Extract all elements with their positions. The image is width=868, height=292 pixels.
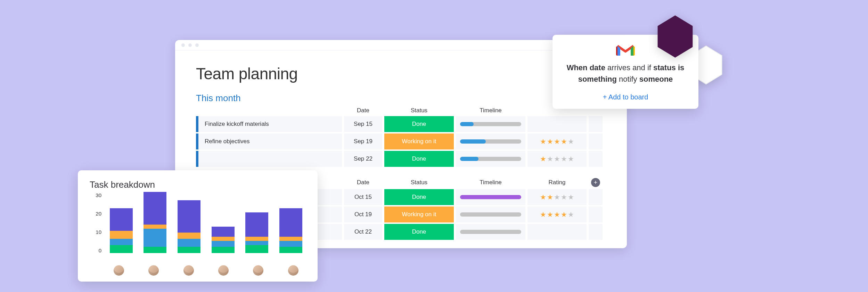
svg-marker-0 [658, 15, 693, 58]
chart-bar[interactable] [144, 192, 166, 253]
chart-bar[interactable] [178, 200, 200, 253]
col-header-date[interactable]: Date [344, 107, 382, 114]
chart-bar-segment [110, 231, 133, 239]
date-cell[interactable]: Sep 22 [344, 151, 382, 167]
chart-x-axis [90, 265, 311, 276]
star-icon: ★ [561, 193, 567, 201]
status-cell[interactable]: Working on it [384, 133, 454, 149]
timeline-cell[interactable] [456, 151, 525, 167]
star-icon: ★ [554, 210, 560, 219]
avatar-icon [114, 265, 124, 276]
chart-bar-segment [178, 233, 200, 239]
timeline-cell[interactable] [456, 206, 525, 222]
rating-cell[interactable]: ★★★★★ [527, 206, 587, 222]
chart-title: Task breakdown [90, 179, 311, 190]
group-title-this-month[interactable]: This month [196, 93, 606, 104]
star-icon: ★ [554, 137, 560, 146]
task-name-cell[interactable] [196, 151, 342, 167]
col-header-timeline[interactable]: Timeline [456, 107, 525, 114]
status-cell[interactable]: Done [384, 189, 454, 205]
col-header-date[interactable]: Date [344, 179, 382, 186]
star-icon: ★ [540, 137, 546, 146]
star-icon: ★ [540, 210, 546, 219]
star-icon: ★ [568, 193, 574, 201]
status-cell[interactable]: Done [384, 116, 454, 132]
row-trailing-cell [589, 151, 603, 167]
table-row[interactable]: Finalize kickoff materialsSep 15Done [196, 116, 606, 132]
timeline-cell[interactable] [456, 116, 525, 132]
star-icon: ★ [547, 193, 553, 201]
row-trailing-cell [589, 224, 603, 240]
rating-cell[interactable]: ★★★★★ [527, 151, 587, 167]
chart-bar-segment [110, 239, 133, 245]
y-tick-label: 20 [96, 211, 101, 217]
chart-bar-segment [110, 208, 133, 231]
avatar-icon [148, 265, 159, 276]
gmail-icon [616, 43, 635, 57]
task-breakdown-chart-card: Task breakdown 3020100 [78, 170, 318, 282]
chart-bar-segment [245, 241, 268, 245]
status-cell[interactable]: Working on it [384, 206, 454, 222]
chart-y-axis: 3020100 [90, 192, 101, 253]
avatar-icon [253, 265, 263, 276]
rating-cell[interactable]: ★★★★★ [527, 189, 587, 205]
chart-bar-segment [212, 227, 235, 237]
plus-icon: + [591, 178, 600, 187]
rating-cell[interactable] [527, 224, 587, 240]
date-cell[interactable]: Oct 19 [344, 206, 382, 222]
date-cell[interactable]: Oct 15 [344, 189, 382, 205]
task-name-cell[interactable]: Finalize kickoff materials [196, 116, 342, 132]
col-header-timeline[interactable]: Timeline [456, 179, 525, 186]
col-header-rating[interactable]: Rating [527, 179, 587, 186]
row-trailing-cell [589, 189, 603, 205]
star-icon: ★ [554, 193, 560, 201]
avatar-icon [183, 265, 194, 276]
add-to-board-link[interactable]: + Add to board [563, 93, 688, 101]
col-header-status[interactable]: Status [384, 107, 454, 114]
rating-cell[interactable]: ★★★★★ [527, 133, 587, 149]
chart-bar-segment [245, 245, 268, 253]
timeline-cell[interactable] [456, 189, 525, 205]
rating-cell[interactable] [527, 116, 587, 132]
chart-bar[interactable] [212, 227, 235, 253]
chart-bar-segment [279, 208, 302, 237]
window-dot [188, 43, 192, 47]
chart-bar-segment [245, 212, 268, 237]
star-icon: ★ [568, 210, 574, 219]
automation-recipe-text: When date arrives and if status is somet… [563, 62, 688, 85]
row-trailing-cell [589, 133, 603, 149]
chart-bar-segment [279, 237, 302, 241]
chart-bar[interactable] [245, 212, 268, 253]
date-cell[interactable]: Oct 22 [344, 224, 382, 240]
table-row[interactable]: Sep 22Done★★★★★ [196, 151, 606, 167]
chart-bar-segment [178, 239, 200, 247]
add-column-button[interactable]: + [589, 178, 603, 187]
task-name-cell[interactable]: Refine objectives [196, 133, 342, 149]
chart-bar-segment [212, 247, 235, 253]
chart-bar-segment [279, 247, 302, 253]
col-header-status[interactable]: Status [384, 179, 454, 186]
chart-bar-segment [144, 247, 166, 253]
timeline-cell[interactable] [456, 224, 525, 240]
status-cell[interactable]: Done [384, 224, 454, 240]
avatar-icon [288, 265, 298, 276]
page-title: Team planning [196, 64, 606, 83]
date-cell[interactable]: Sep 19 [344, 133, 382, 149]
slack-badge [656, 15, 694, 58]
chart-bar-segment [212, 241, 235, 247]
star-icon: ★ [568, 155, 574, 163]
chart-bar[interactable] [110, 208, 133, 253]
chart-bar[interactable] [279, 208, 302, 253]
timeline-cell[interactable] [456, 133, 525, 149]
star-icon: ★ [561, 137, 567, 146]
chart-plot-area [101, 192, 311, 253]
star-icon: ★ [568, 137, 574, 146]
table-row[interactable]: Refine objectivesSep 19Working on it★★★★… [196, 133, 606, 149]
status-cell[interactable]: Done [384, 151, 454, 167]
chart-bar-segment [178, 247, 200, 253]
y-tick-label: 0 [99, 248, 101, 253]
row-trailing-cell [589, 116, 603, 132]
star-icon: ★ [547, 155, 553, 163]
star-icon: ★ [540, 155, 546, 163]
date-cell[interactable]: Sep 15 [344, 116, 382, 132]
